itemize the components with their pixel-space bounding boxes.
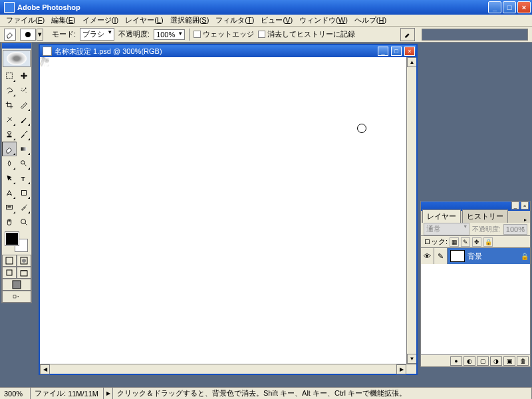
lock-pixels-icon[interactable]: ✎ [461, 237, 470, 247]
menu-edit[interactable]: 編集(E) [48, 14, 79, 27]
panel-close-button[interactable]: × [521, 201, 529, 209]
mode-label: モード: [52, 29, 76, 39]
color-swatches[interactable] [4, 232, 29, 252]
svg-text:T: T [21, 175, 25, 182]
blend-mode-select[interactable]: 通常 [424, 223, 469, 235]
menu-layer[interactable]: レイヤー(L) [122, 14, 166, 27]
layer-locked-icon: 🔒 [521, 253, 530, 260]
layer-link-icon[interactable]: ✎ [434, 248, 448, 264]
screen-mode-standard[interactable] [2, 267, 17, 279]
history-brush-tool[interactable] [17, 127, 31, 142]
horizontal-scrollbar[interactable]: ◀ ▶ [40, 364, 416, 374]
dodge-tool[interactable] [17, 156, 31, 171]
svg-rect-0 [7, 73, 13, 79]
wand-tool[interactable] [17, 83, 31, 98]
lock-position-icon[interactable]: ✥ [472, 237, 481, 247]
eyedropper-tool[interactable] [17, 200, 31, 215]
blur-tool[interactable] [2, 156, 17, 171]
menu-view[interactable]: ビュー(V) [257, 14, 296, 27]
pen-tool[interactable] [2, 186, 17, 200]
maximize-button[interactable]: □ [503, 1, 516, 13]
opacity-field[interactable]: 100% [154, 29, 185, 40]
scroll-left-arrow[interactable]: ◀ [40, 364, 50, 374]
wet-edge-checkbox[interactable]: ウェットエッジ [194, 29, 254, 39]
menu-image[interactable]: イメージ(I) [79, 14, 122, 27]
layer-name[interactable]: 背景 [467, 251, 521, 261]
notes-tool[interactable] [2, 200, 17, 215]
move-tool[interactable] [17, 68, 31, 83]
layers-list: 👁 ✎ 背景 🔒 [421, 248, 530, 354]
brush-preset-picker[interactable]: ▾ [20, 29, 36, 41]
screen-mode-full-menus[interactable] [17, 267, 31, 279]
new-layer-button[interactable]: ▣ [503, 356, 515, 366]
healing-brush-tool[interactable] [2, 112, 17, 127]
document-canvas[interactable] [40, 57, 406, 364]
layer-thumbnail[interactable] [450, 250, 465, 262]
opacity-label: 不透明度: [118, 29, 150, 39]
resize-handle[interactable] [406, 364, 416, 374]
brush-options-icon[interactable] [400, 28, 415, 41]
scroll-up-arrow[interactable]: ▲ [407, 57, 416, 67]
layers-panel: _ × レイヤー ヒストリー ▸ 通常 不透明度: 100% ロック: ▦ ✎ … [420, 201, 531, 367]
doc-close-button[interactable]: × [404, 47, 415, 56]
app-icon [4, 2, 15, 13]
svg-rect-12 [7, 270, 12, 275]
doc-maximize-button[interactable]: □ [391, 47, 402, 56]
vertical-scrollbar[interactable]: ▲ ▼ [406, 57, 416, 364]
gradient-tool[interactable] [17, 142, 31, 156]
lock-transparency-icon[interactable]: ▦ [450, 237, 459, 247]
scroll-down-arrow[interactable]: ▼ [407, 354, 416, 364]
tools-panel-drag[interactable] [2, 43, 31, 49]
menu-select[interactable]: 選択範囲(S) [167, 14, 213, 27]
svg-rect-6 [22, 191, 27, 196]
shape-tool[interactable] [17, 186, 31, 200]
zoom-field[interactable]: 300% [0, 388, 31, 399]
document-titlebar[interactable]: 名称未設定 1.psd @ 300%(RGB) _ □ × [40, 45, 416, 57]
eraser-tool-icon [4, 29, 16, 41]
menubar: ファイル(F) 編集(E) イメージ(I) レイヤー(L) 選択範囲(S) フィ… [0, 15, 532, 27]
doc-minimize-button[interactable]: _ [378, 47, 388, 56]
standard-mode-button[interactable] [2, 255, 17, 267]
lock-all-icon[interactable]: 🔒 [483, 237, 493, 247]
slice-tool[interactable] [17, 98, 31, 112]
layer-mask-button[interactable]: ◐ [464, 356, 475, 366]
tab-layers[interactable]: レイヤー [422, 209, 461, 223]
brush-tool[interactable] [17, 112, 31, 127]
stamp-tool[interactable] [2, 127, 17, 142]
type-tool[interactable]: T [17, 171, 31, 186]
eraser-tool[interactable] [2, 142, 17, 156]
screen-mode-full[interactable] [2, 279, 31, 291]
zoom-tool[interactable] [17, 215, 31, 229]
mode-select[interactable]: ブラシ [80, 28, 114, 41]
tab-history[interactable]: ヒストリー [462, 209, 508, 223]
menu-window[interactable]: ウィンドウ(W) [296, 14, 351, 27]
quickmask-mode-button[interactable] [17, 255, 31, 267]
document-window: 名称未設定 1.psd @ 300%(RGB) _ □ × [39, 44, 418, 375]
jump-to-button[interactable] [2, 291, 31, 303]
status-menu-arrow[interactable]: ▶ [104, 388, 113, 399]
close-button[interactable]: × [517, 1, 531, 13]
palette-well[interactable] [422, 29, 528, 41]
foreground-color[interactable] [5, 232, 19, 245]
scroll-right-arrow[interactable]: ▶ [396, 364, 406, 374]
panel-minimize-button[interactable]: _ [511, 201, 519, 209]
layer-style-button[interactable]: ● [450, 356, 462, 366]
layer-set-button[interactable]: ▢ [477, 356, 489, 366]
panel-menu-icon[interactable]: ▸ [521, 217, 530, 223]
menu-file[interactable]: ファイル(F) [3, 14, 48, 27]
menu-filter[interactable]: フィルタ(T) [212, 14, 257, 27]
status-bar: 300% ファイル: 11M/11M ▶ クリック＆ドラッグすると、背景色で消去… [0, 387, 532, 399]
hand-tool[interactable] [2, 215, 17, 229]
adjustment-layer-button[interactable]: ◑ [490, 356, 502, 366]
erase-history-checkbox[interactable]: 消去してヒストリーに記録 [258, 29, 355, 39]
layer-opacity-field[interactable]: 100% [503, 224, 527, 235]
layer-row[interactable]: 👁 ✎ 背景 🔒 [421, 248, 530, 264]
delete-layer-button[interactable]: 🗑 [517, 356, 529, 366]
lasso-tool[interactable] [2, 83, 17, 98]
marquee-tool[interactable] [2, 68, 17, 83]
crop-tool[interactable] [2, 98, 17, 112]
layer-visibility-icon[interactable]: 👁 [421, 248, 434, 264]
menu-help[interactable]: ヘルプ(H) [351, 14, 390, 27]
minimize-button[interactable]: _ [488, 1, 501, 13]
path-select-tool[interactable] [2, 171, 17, 186]
